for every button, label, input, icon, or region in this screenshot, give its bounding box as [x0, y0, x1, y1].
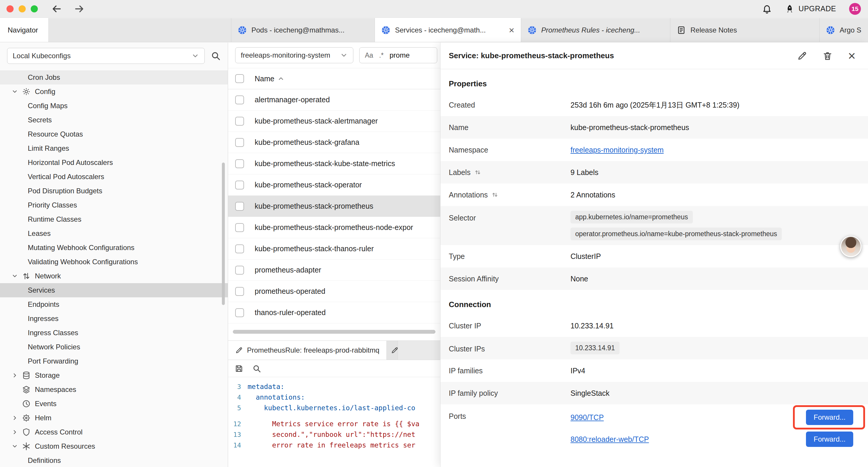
row-checkbox[interactable] — [235, 266, 244, 274]
storage-icon — [22, 371, 31, 380]
upgrade-button[interactable]: UPGRADE — [785, 4, 836, 13]
navigator-panel-tab[interactable]: Navigator — [0, 18, 49, 42]
tab-release-notes[interactable]: Release Notes — [670, 18, 819, 42]
table-row-kube-prometheus-stack-grafana[interactable]: kube-prometheus-stack-grafana — [228, 132, 440, 153]
tab-services-icecheng-math[interactable]: Services - icecheng@math...× — [375, 18, 521, 42]
row-checkbox[interactable] — [235, 117, 244, 126]
minimize-window-button[interactable] — [19, 5, 26, 12]
sidebar-item-helm[interactable]: Helm — [0, 411, 228, 425]
back-icon[interactable] — [52, 4, 62, 14]
tab-pods-icecheng-mathmas[interactable]: Pods - icecheng@mathmas... — [231, 18, 375, 42]
port-link[interactable]: 9090/TCP — [570, 413, 604, 422]
zoom-window-button[interactable] — [31, 5, 38, 12]
row-checkbox[interactable] — [235, 95, 244, 104]
table-row-prometheus-adapter[interactable]: prometheus-adapter — [228, 260, 440, 281]
row-checkbox[interactable] — [235, 287, 244, 296]
sidebar-item-port-forwarding[interactable]: Port Forwarding — [0, 354, 228, 368]
chevron-right-icon[interactable] — [11, 372, 22, 379]
chevron-down-icon[interactable] — [11, 272, 22, 280]
kubeconfig-selector[interactable]: Local Kubeconfigs — [7, 48, 205, 64]
editor-search-icon[interactable] — [252, 364, 261, 373]
sidebar-item-access-control[interactable]: Access Control — [0, 425, 228, 439]
sidebar-item-runtime-classes[interactable]: Runtime Classes — [0, 212, 228, 226]
row-checkbox[interactable] — [235, 223, 244, 232]
table-row-kube-prometheus-stack-kube-state-metrics[interactable]: kube-prometheus-stack-kube-state-metrics — [228, 153, 440, 174]
chevron-down-icon[interactable] — [11, 442, 22, 450]
port-link[interactable]: 8080:reloader-web/TCP — [570, 435, 649, 444]
sidebar-item-custom-resources[interactable]: Custom Resources — [0, 439, 228, 454]
edit-icon[interactable] — [797, 51, 807, 61]
match-case-toggle[interactable]: Aa — [365, 52, 373, 59]
row-checkbox[interactable] — [235, 181, 244, 189]
chevron-down-icon[interactable] — [11, 88, 22, 95]
yaml-editor[interactable]: 3metadata:4annotations:5kubectl.kubernet… — [228, 377, 440, 467]
sidebar-item-priority-classes[interactable]: Priority Classes — [0, 198, 228, 212]
forward-icon[interactable] — [74, 4, 85, 14]
sidebar-item-storage[interactable]: Storage — [0, 368, 228, 382]
sidebar-item-ingresses[interactable]: Ingresses — [0, 312, 228, 326]
sidebar-item-config[interactable]: Config — [0, 85, 228, 99]
sidebar-item-config-maps[interactable]: Config Maps — [0, 99, 228, 113]
delete-icon[interactable] — [823, 51, 833, 61]
sidebar-item-network[interactable]: Network — [0, 269, 228, 283]
sidebar-item-leases[interactable]: Leases — [0, 226, 228, 241]
notification-count-badge[interactable]: 15 — [849, 3, 861, 15]
save-icon[interactable] — [235, 364, 243, 373]
close-icon[interactable]: × — [848, 49, 856, 62]
row-checkbox[interactable] — [235, 159, 244, 168]
forward-button[interactable]: Forward... — [806, 410, 853, 425]
close-window-button[interactable] — [6, 5, 13, 12]
chevron-right-icon[interactable] — [11, 414, 22, 422]
chevron-right-icon[interactable] — [11, 428, 22, 436]
sidebar-item-vertical-pod-autoscalers[interactable]: Vertical Pod Autoscalers — [0, 170, 228, 184]
sidebar-item-validating-webhook-configurations[interactable]: Validating Webhook Configurations — [0, 255, 228, 269]
table-row-prometheus-operated[interactable]: prometheus-operated — [228, 281, 440, 302]
scrollbar-thumb[interactable] — [233, 330, 435, 334]
name-column-header[interactable]: Name — [255, 75, 284, 83]
table-row-kube-prometheus-stack-operator[interactable]: kube-prometheus-stack-operator — [228, 174, 440, 196]
table-row-kube-prometheus-stack-thanos-ruler[interactable]: kube-prometheus-stack-thanos-ruler — [228, 238, 440, 260]
sidebar-item-mutating-webhook-configurations[interactable]: Mutating Webhook Configurations — [0, 241, 228, 255]
sidebar-item-resource-quotas[interactable]: Resource Quotas — [0, 127, 228, 141]
sidebar-item-services[interactable]: Services — [0, 283, 228, 297]
sidebar-item-limit-ranges[interactable]: Limit Ranges — [0, 141, 228, 155]
row-checkbox[interactable] — [235, 308, 244, 317]
namespace-filter-select[interactable]: freeleaps-monitoring-system — [235, 47, 353, 63]
table-row-kube-prometheus-stack-alertmanager[interactable]: kube-prometheus-stack-alertmanager — [228, 111, 440, 132]
sidebar-item-endpoints[interactable]: Endpoints — [0, 297, 228, 312]
sidebar-item-definitions[interactable]: Definitions — [0, 454, 228, 467]
regex-toggle[interactable]: .* — [379, 52, 383, 59]
sidebar-item-ingress-classes[interactable]: Ingress Classes — [0, 326, 228, 340]
row-checkbox[interactable] — [235, 244, 244, 253]
row-checkbox[interactable] — [235, 138, 244, 147]
select-all-checkbox[interactable] — [235, 74, 244, 83]
namespace-link[interactable]: freeleaps-monitoring-system — [570, 146, 663, 154]
tab-prometheus-rules-icecheng[interactable]: Prometheus Rules - icecheng... — [521, 18, 670, 42]
sidebar-item-pod-disruption-budgets[interactable]: Pod Disruption Budgets — [0, 184, 228, 198]
notifications-bell-icon[interactable] — [762, 4, 772, 14]
sidebar-item-network-policies[interactable]: Network Policies — [0, 340, 228, 354]
sidebar-item-namespaces[interactable]: Namespaces — [0, 382, 228, 397]
sort-toggle-icon[interactable] — [491, 191, 498, 198]
user-avatar[interactable] — [840, 236, 862, 257]
resource-search-input[interactable]: Aa .* prome — [359, 47, 437, 63]
editor-tab-partial[interactable] — [387, 341, 398, 360]
table-row-kube-prometheus-stack-prometheus[interactable]: kube-prometheus-stack-prometheus — [228, 196, 440, 217]
sidebar-item-secrets[interactable]: Secrets — [0, 113, 228, 127]
forward-button[interactable]: Forward... — [806, 432, 853, 447]
sidebar-search-icon[interactable] — [211, 51, 221, 61]
sort-toggle-icon[interactable] — [474, 169, 481, 176]
rocket-icon — [785, 4, 795, 13]
table-row-kube-prometheus-stack-prometheus-node-expor[interactable]: kube-prometheus-stack-prometheus-node-ex… — [228, 217, 440, 238]
sidebar-item-horizontal-pod-autoscalers[interactable]: Horizontal Pod Autoscalers — [0, 155, 228, 170]
sidebar-item-events[interactable]: Events — [0, 397, 228, 411]
editor-tab-prometheusrule[interactable]: PrometheusRule: freeleaps-prod-rabbitmq — [228, 341, 387, 360]
tab-close-icon[interactable]: × — [506, 25, 514, 35]
tab-argo-s[interactable]: Argo S — [819, 18, 868, 42]
table-row-thanos-ruler-operated[interactable]: thanos-ruler-operated — [228, 302, 440, 323]
row-checkbox[interactable] — [235, 202, 244, 211]
horizontal-scrollbar[interactable] — [228, 330, 440, 334]
sidebar-scrollbar[interactable] — [222, 163, 225, 305]
sidebar-item-cron-jobs[interactable]: Cron Jobs — [0, 70, 228, 85]
table-row-alertmanager-operated[interactable]: alertmanager-operated — [228, 89, 440, 111]
